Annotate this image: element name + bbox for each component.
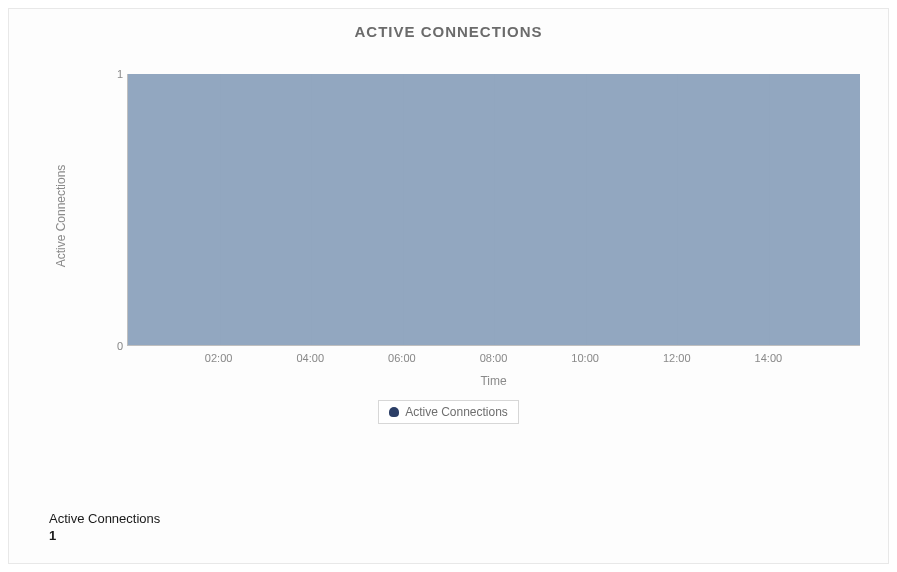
- chart-area: Active Connections 1 0 02:00 04:00 06:00…: [97, 46, 860, 386]
- y-tick-0: 0: [109, 340, 123, 352]
- y-tick-1: 1: [109, 68, 123, 80]
- legend-label: Active Connections: [405, 405, 508, 419]
- legend[interactable]: Active Connections: [378, 400, 519, 424]
- series-area: [128, 74, 860, 345]
- x-tick: 02:00: [205, 352, 233, 364]
- chart-panel: ACTIVE CONNECTIONS Active Connections 1 …: [8, 8, 889, 564]
- summary-block: Active Connections 1: [49, 511, 160, 543]
- x-tick: 04:00: [296, 352, 324, 364]
- x-axis-label: Time: [127, 374, 860, 388]
- x-tick: 14:00: [755, 352, 783, 364]
- chart-title: ACTIVE CONNECTIONS: [27, 23, 870, 40]
- x-tick: 08:00: [480, 352, 508, 364]
- summary-value: 1: [49, 528, 160, 543]
- x-tick: 10:00: [571, 352, 599, 364]
- y-axis-label: Active Connections: [54, 165, 68, 268]
- x-tick: 12:00: [663, 352, 691, 364]
- plot-region: [127, 74, 860, 346]
- x-tick: 06:00: [388, 352, 416, 364]
- legend-swatch-icon: [389, 407, 399, 417]
- summary-label: Active Connections: [49, 511, 160, 526]
- x-ticks: 02:00 04:00 06:00 08:00 10:00 12:00 14:0…: [127, 352, 860, 368]
